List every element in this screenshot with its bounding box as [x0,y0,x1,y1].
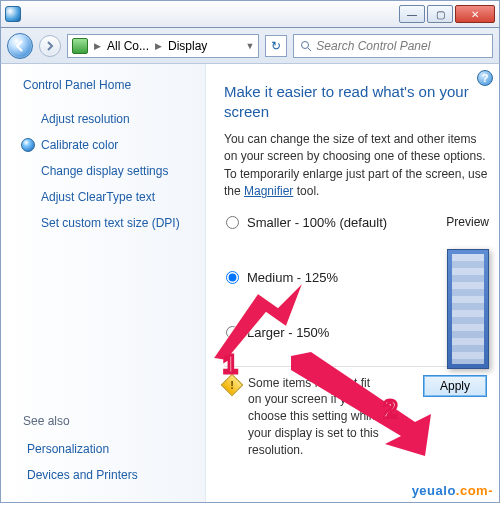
preview-image [447,249,489,369]
svg-point-0 [302,41,309,48]
magnifier-link[interactable]: Magnifier [244,184,293,198]
back-button[interactable] [7,33,33,59]
main-panel: ? Make it easier to read what's on your … [206,64,499,502]
maximize-button[interactable]: ▢ [427,5,453,23]
control-panel-home-link[interactable]: Control Panel Home [23,78,191,92]
see-also-devices-printers[interactable]: Devices and Printers [15,462,191,488]
help-button[interactable]: ? [477,70,493,86]
sidebar-item-calibrate-color[interactable]: Calibrate color [15,132,191,158]
search-placeholder: Search Control Panel [316,39,430,53]
see-also-header: See also [23,414,191,428]
crumb-current[interactable]: Display [168,39,207,53]
address-bar: ▶ All Co... ▶ Display ▼ ↻ Search Control… [0,28,500,64]
preview-label: Preview [446,215,489,229]
radio-smaller[interactable] [226,216,239,229]
minimize-button[interactable]: — [399,5,425,23]
search-icon [300,40,312,52]
warning-message: Some items may not fit on your screen if… [248,375,386,459]
svg-line-1 [308,48,311,51]
arrow-right-icon [45,41,55,51]
page-description: You can change the size of text and othe… [224,131,489,201]
chevron-right-icon: ▶ [94,41,101,51]
watermark: yeualo.com- [412,483,493,498]
sidebar-item-adjust-resolution[interactable]: Adjust resolution [15,106,191,132]
sidebar: Control Panel Home Adjust resolution Cal… [1,64,206,502]
page-title: Make it easier to read what's on your sc… [224,82,489,121]
sidebar-item-custom-text-size[interactable]: Set custom text size (DPI) [15,210,191,236]
breadcrumb[interactable]: ▶ All Co... ▶ Display ▼ [67,34,259,58]
arrow-left-icon [14,40,26,52]
close-button[interactable]: ✕ [455,5,495,23]
window-titlebar: — ▢ ✕ [0,0,500,28]
app-icon [5,6,21,22]
shield-icon [21,138,35,152]
radio-larger[interactable] [226,326,239,339]
chevron-right-icon: ▶ [155,41,162,51]
radio-medium[interactable] [226,271,239,284]
crumb-root[interactable]: All Co... [107,39,149,53]
search-input[interactable]: Search Control Panel [293,34,493,58]
forward-button[interactable] [39,35,61,57]
control-panel-icon [72,38,88,54]
chevron-down-icon[interactable]: ▼ [245,41,254,51]
refresh-button[interactable]: ↻ [265,35,287,57]
apply-button[interactable]: Apply [423,375,487,397]
sidebar-item-adjust-cleartype[interactable]: Adjust ClearType text [15,184,191,210]
sidebar-item-change-display-settings[interactable]: Change display settings [15,158,191,184]
warning-icon: ! [221,373,244,396]
see-also-personalization[interactable]: Personalization [15,436,191,462]
